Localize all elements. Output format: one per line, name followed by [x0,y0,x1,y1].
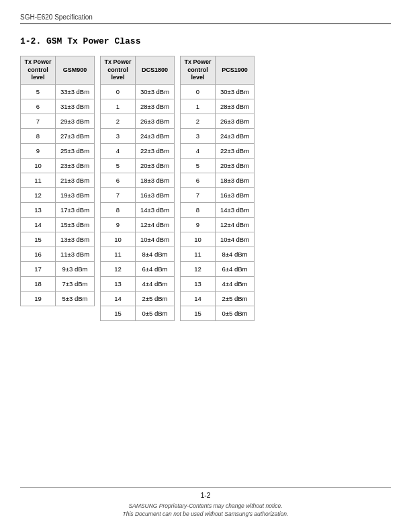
level-cell: 9 [101,218,136,232]
value-cell: 17±3 dBm [56,203,95,218]
table-row: 324±3 dBm [101,129,175,144]
table-row: 150±5 dBm [101,306,175,321]
table-row: 126±4 dBm [101,262,175,277]
value-cell: 16±3 dBm [136,188,175,203]
value-cell: 6±4 dBm [136,262,175,277]
value-cell: 24±3 dBm [216,129,255,144]
level-cell: 13 [101,277,136,292]
level-cell: 7 [101,188,136,203]
table-row: 814±3 dBm [101,203,175,218]
table-row: 226±3 dBm [181,114,255,129]
footer-line2: This Document can not be used without Sa… [20,510,391,519]
table-row: 925±3 dBm [21,144,95,159]
level-cell: 0 [101,85,136,99]
value-cell: 19±3 dBm [56,188,95,203]
table-row: 1023±3 dBm [21,159,95,173]
level-cell: 2 [101,114,136,129]
level-cell: 4 [101,144,136,159]
level-cell: 5 [101,159,136,173]
value-cell: 20±3 dBm [136,159,175,173]
page: SGH-E620 Specification 1-2. GSM Tx Power… [0,0,411,532]
level-cell: 7 [21,114,56,129]
value-cell: 9±3 dBm [56,262,95,277]
dcs1800-col1-header: Tx Power control level [101,56,136,85]
table-row: 1121±3 dBm [21,173,95,188]
table-row: 134±4 dBm [101,277,175,292]
value-cell: 14±3 dBm [216,203,255,218]
level-cell: 15 [181,306,216,321]
table-row: 118±4 dBm [181,247,255,262]
level-cell: 12 [181,262,216,277]
level-cell: 3 [101,129,136,144]
table-row: 226±3 dBm [101,114,175,129]
value-cell: 24±3 dBm [136,129,175,144]
value-cell: 7±3 dBm [56,277,95,292]
level-cell: 8 [181,203,216,218]
value-cell: 12±4 dBm [136,218,175,232]
table-row: 912±4 dBm [101,218,175,232]
table-row: 134±4 dBm [181,277,255,292]
level-cell: 6 [21,99,56,114]
table-row: 1611±3 dBm [21,247,95,262]
value-cell: 12±4 dBm [216,218,255,232]
value-cell: 0±5 dBm [136,306,175,321]
level-cell: 16 [21,247,56,262]
table-row: 520±3 dBm [101,159,175,173]
table-row: 716±3 dBm [101,188,175,203]
value-cell: 22±3 dBm [216,144,255,159]
table-row: 1513±3 dBm [21,232,95,247]
level-cell: 9 [21,144,56,159]
gsm900-table: Tx Power control level GSM900 533±3 dBm6… [20,56,95,306]
value-cell: 31±3 dBm [56,99,95,114]
value-cell: 2±5 dBm [216,292,255,306]
value-cell: 28±3 dBm [136,99,175,114]
level-cell: 19 [21,292,56,306]
table-row: 324±3 dBm [181,129,255,144]
level-cell: 10 [101,232,136,247]
level-cell: 15 [101,306,136,321]
table-row: 150±5 dBm [181,306,255,321]
document-title: SGH-E620 Specification [20,13,93,21]
page-header: SGH-E620 Specification [20,13,391,24]
level-cell: 8 [21,129,56,144]
table-row: 128±3 dBm [101,99,175,114]
level-cell: 14 [101,292,136,306]
level-cell: 13 [21,203,56,218]
level-cell: 12 [21,188,56,203]
footer: 1-2 SAMSUNG Proprietary-Contents may cha… [20,487,391,519]
tables-container: Tx Power control level GSM900 533±3 dBm6… [20,56,391,487]
level-cell: 1 [101,99,136,114]
value-cell: 18±3 dBm [136,173,175,188]
value-cell: 33±3 dBm [56,85,95,99]
value-cell: 14±3 dBm [136,203,175,218]
table-row: 618±3 dBm [181,173,255,188]
value-cell: 4±4 dBm [216,277,255,292]
table-row: 716±3 dBm [181,188,255,203]
table-row: 422±3 dBm [101,144,175,159]
value-cell: 2±5 dBm [136,292,175,306]
level-cell: 5 [21,85,56,99]
table-row: 533±3 dBm [21,85,95,99]
table-row: 520±3 dBm [181,159,255,173]
level-cell: 6 [101,173,136,188]
table-row: 827±3 dBm [21,129,95,144]
level-cell: 5 [181,159,216,173]
level-cell: 14 [21,218,56,232]
table-row: 1010±4 dBm [181,232,255,247]
level-cell: 4 [181,144,216,159]
value-cell: 30±3 dBm [216,85,255,99]
value-cell: 16±3 dBm [216,188,255,203]
table-row: 1415±3 dBm [21,218,95,232]
level-cell: 11 [101,247,136,262]
level-cell: 17 [21,262,56,277]
level-cell: 8 [101,203,136,218]
value-cell: 26±3 dBm [216,114,255,129]
value-cell: 15±3 dBm [56,218,95,232]
table-row: 1317±3 dBm [21,203,95,218]
level-cell: 10 [21,159,56,173]
value-cell: 13±3 dBm [56,232,95,247]
table-row: 030±3 dBm [181,85,255,99]
value-cell: 26±3 dBm [136,114,175,129]
table-row: 030±3 dBm [101,85,175,99]
level-cell: 13 [181,277,216,292]
